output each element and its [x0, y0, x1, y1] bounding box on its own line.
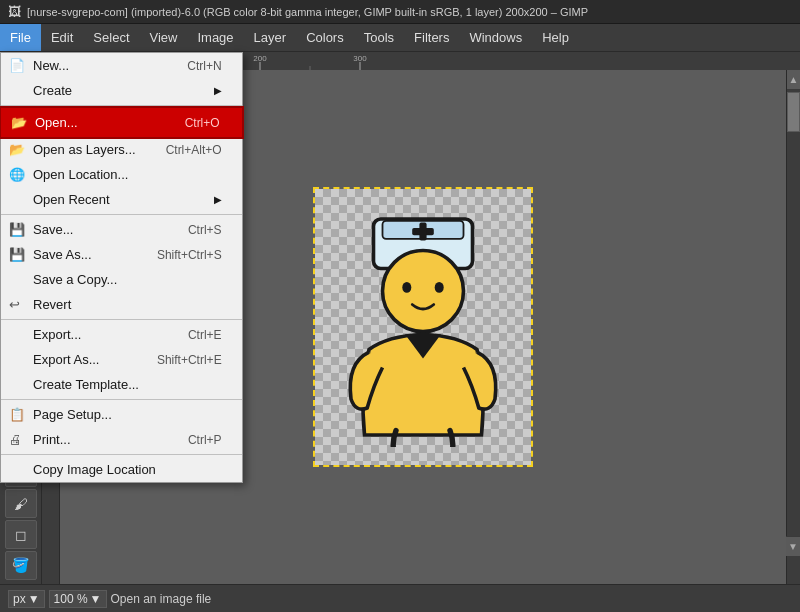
canvas-image — [313, 187, 533, 467]
open-location-icon: 🌐 — [9, 167, 25, 182]
create-label: Create — [33, 83, 72, 98]
menu-select[interactable]: Select — [83, 24, 139, 51]
nurse-illustration — [333, 207, 513, 447]
menu-item-copy-location[interactable]: Copy Image Location — [1, 457, 242, 482]
scrollbar-vertical[interactable]: ▲ ▼ — [786, 70, 800, 584]
zoom-selector[interactable]: 100 % ▼ — [49, 590, 107, 608]
svg-text:200: 200 — [253, 54, 267, 63]
menu-item-new[interactable]: 📄 New... Ctrl+N — [1, 53, 242, 78]
open-layers-icon: 📂 — [9, 142, 25, 157]
menu-item-open-recent[interactable]: Open Recent ▶ — [1, 187, 242, 212]
save-copy-label: Save a Copy... — [33, 272, 117, 287]
open-label: Open... — [35, 115, 78, 130]
page-setup-label: Page Setup... — [33, 407, 112, 422]
menu-item-save-copy[interactable]: Save a Copy... — [1, 267, 242, 292]
menu-item-open-layers[interactable]: 📂 Open as Layers... Ctrl+Alt+O — [1, 137, 242, 162]
save-icon: 💾 — [9, 222, 25, 237]
status-bar: px ▼ 100 % ▼ Open an image file — [0, 584, 800, 612]
menu-item-create-template[interactable]: Create Template... — [1, 372, 242, 397]
open-layers-shortcut: Ctrl+Alt+O — [136, 143, 222, 157]
separator-3 — [1, 319, 242, 320]
export-shortcut: Ctrl+E — [158, 328, 222, 342]
separator-2 — [1, 214, 242, 215]
new-icon: 📄 — [9, 58, 25, 73]
menu-colors[interactable]: Colors — [296, 24, 354, 51]
open-icon: 📂 — [11, 115, 27, 130]
open-recent-arrow: ▶ — [204, 194, 222, 205]
menu-layer[interactable]: Layer — [244, 24, 297, 51]
menu-windows[interactable]: Windows — [459, 24, 532, 51]
page-setup-icon: 📋 — [9, 407, 25, 422]
menu-filters[interactable]: Filters — [404, 24, 459, 51]
menu-item-export-as[interactable]: Export As... Shift+Ctrl+E — [1, 347, 242, 372]
menu-item-page-setup[interactable]: 📋 Page Setup... — [1, 402, 242, 427]
copy-location-label: Copy Image Location — [33, 462, 156, 477]
revert-label: Revert — [33, 297, 71, 312]
save-as-label: Save As... — [33, 247, 92, 262]
print-shortcut: Ctrl+P — [158, 433, 222, 447]
svg-text:300: 300 — [353, 54, 367, 63]
new-label: New... — [33, 58, 69, 73]
status-message: Open an image file — [111, 592, 212, 606]
menu-item-save-as[interactable]: 💾 Save As... Shift+Ctrl+S — [1, 242, 242, 267]
separator-1 — [1, 105, 242, 106]
svg-point-27 — [383, 251, 464, 332]
separator-4 — [1, 399, 242, 400]
revert-icon: ↩ — [9, 297, 20, 312]
zoom-value: 100 % — [54, 592, 88, 606]
menu-item-open[interactable]: 📂 Open... Ctrl+O — [1, 108, 242, 137]
file-menu-dropdown: 📄 New... Ctrl+N Create ▶ 📂 Open... Ctrl+… — [0, 52, 243, 483]
tool-fill[interactable]: 🪣 — [5, 551, 37, 580]
unit-selector[interactable]: px ▼ — [8, 590, 45, 608]
menu-item-revert[interactable]: ↩ Revert — [1, 292, 242, 317]
app-icon: 🖼 — [8, 4, 21, 19]
menu-item-save[interactable]: 💾 Save... Ctrl+S — [1, 217, 242, 242]
open-location-label: Open Location... — [33, 167, 128, 182]
save-as-shortcut: Shift+Ctrl+S — [127, 248, 222, 262]
create-template-label: Create Template... — [33, 377, 139, 392]
export-as-label: Export As... — [33, 352, 99, 367]
new-shortcut: Ctrl+N — [157, 59, 221, 73]
menu-tools[interactable]: Tools — [354, 24, 404, 51]
menu-view[interactable]: View — [140, 24, 188, 51]
save-shortcut: Ctrl+S — [158, 223, 222, 237]
menu-item-open-location[interactable]: 🌐 Open Location... — [1, 162, 242, 187]
tool-erase[interactable]: ◻ — [5, 520, 37, 549]
unit-value: px — [13, 592, 26, 606]
zoom-arrow: ▼ — [90, 592, 102, 606]
export-label: Export... — [33, 327, 81, 342]
create-arrow: ▶ — [204, 85, 222, 96]
menu-item-create[interactable]: Create ▶ — [1, 78, 242, 103]
menu-item-export[interactable]: Export... Ctrl+E — [1, 322, 242, 347]
menu-bar: File Edit Select View Image Layer Colors… — [0, 24, 800, 52]
export-as-shortcut: Shift+Ctrl+E — [127, 353, 222, 367]
print-label: Print... — [33, 432, 71, 447]
menu-file[interactable]: File — [0, 24, 41, 51]
open-recent-label: Open Recent — [33, 192, 110, 207]
menu-edit[interactable]: Edit — [41, 24, 83, 51]
svg-point-29 — [435, 282, 444, 293]
save-label: Save... — [33, 222, 73, 237]
menu-image[interactable]: Image — [187, 24, 243, 51]
title-text: [nurse-svgrepo-com] (imported)-6.0 (RGB … — [27, 6, 588, 18]
svg-point-28 — [402, 282, 411, 293]
save-as-icon: 💾 — [9, 247, 25, 262]
unit-arrow: ▼ — [28, 592, 40, 606]
open-layers-label: Open as Layers... — [33, 142, 136, 157]
separator-5 — [1, 454, 242, 455]
title-bar: 🖼 [nurse-svgrepo-com] (imported)-6.0 (RG… — [0, 0, 800, 24]
menu-help[interactable]: Help — [532, 24, 579, 51]
print-icon: 🖨 — [9, 432, 22, 447]
open-shortcut: Ctrl+O — [155, 116, 220, 130]
tool-paint[interactable]: 🖌 — [5, 489, 37, 518]
menu-item-print[interactable]: 🖨 Print... Ctrl+P — [1, 427, 242, 452]
svg-rect-26 — [419, 223, 426, 241]
